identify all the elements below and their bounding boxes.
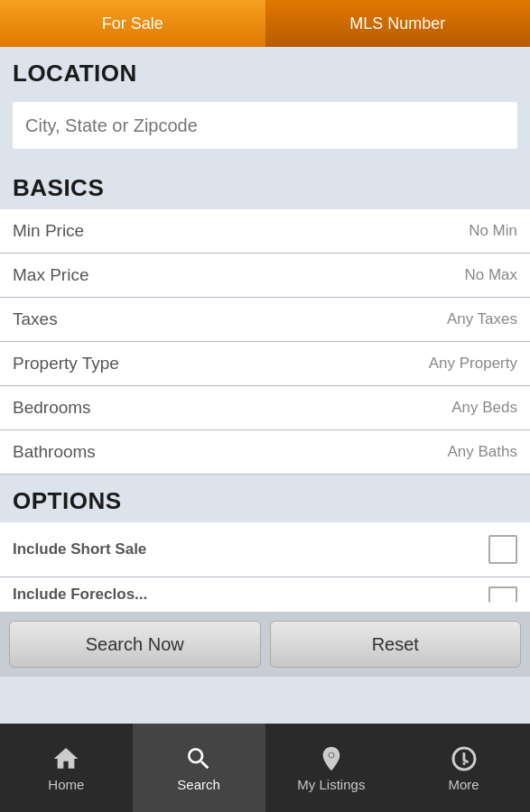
tab-for-sale[interactable]: For Sale — [0, 0, 265, 47]
max-price-label: Max Price — [13, 265, 88, 285]
search-now-button[interactable]: Search Now — [9, 621, 261, 668]
bedrooms-label: Bedrooms — [13, 398, 91, 418]
listings-icon — [317, 744, 346, 773]
location-input-wrap — [0, 95, 530, 161]
property-type-row[interactable]: Property Type Any Property — [0, 342, 530, 386]
bathrooms-row[interactable]: Bathrooms Any Baths — [0, 430, 530, 475]
basics-section-header: BASICS — [0, 161, 530, 209]
search-icon — [184, 744, 213, 773]
bathrooms-value: Any Baths — [448, 443, 518, 461]
min-price-row[interactable]: Min Price No Min — [0, 209, 530, 254]
nav-my-listings[interactable]: My Listings — [265, 724, 398, 812]
taxes-label: Taxes — [13, 309, 58, 329]
include-short-sale-label: Include Short Sale — [13, 540, 146, 558]
property-type-value: Any Property — [429, 355, 517, 373]
svg-point-0 — [329, 752, 333, 757]
options-section-header: OPTIONS — [0, 475, 530, 522]
reset-button[interactable]: Reset — [270, 621, 522, 668]
tab-mls-number[interactable]: MLS Number — [265, 0, 531, 47]
nav-more-label: More — [449, 777, 479, 792]
min-price-label: Min Price — [13, 221, 84, 241]
bottom-nav: Home Search My Listings More — [0, 724, 530, 812]
min-price-value: No Min — [469, 222, 517, 240]
bedrooms-value: Any Beds — [451, 399, 517, 417]
bedrooms-row[interactable]: Bedrooms Any Beds — [0, 386, 530, 430]
taxes-row[interactable]: Taxes Any Taxes — [0, 298, 530, 342]
include-foreclosure-checkbox[interactable] — [488, 586, 517, 603]
basics-section: BASICS Min Price No Min Max Price No Max… — [0, 161, 530, 475]
include-short-sale-row[interactable]: Include Short Sale — [0, 522, 530, 577]
nav-home-label: Home — [48, 777, 84, 792]
nav-more[interactable]: More — [397, 724, 530, 812]
more-icon — [450, 744, 479, 773]
nav-search[interactable]: Search — [133, 724, 265, 812]
top-tabs: For Sale MLS Number — [0, 0, 530, 47]
property-type-label: Property Type — [13, 354, 119, 374]
location-search-input[interactable] — [13, 102, 517, 149]
max-price-value: No Max — [464, 266, 517, 284]
home-icon — [51, 744, 80, 773]
options-section: OPTIONS Include Short Sale Include Forec… — [0, 475, 530, 612]
include-short-sale-checkbox[interactable] — [488, 535, 517, 564]
bathrooms-label: Bathrooms — [13, 442, 96, 462]
include-foreclosure-row-partial[interactable]: Include Foreclos... — [0, 577, 530, 612]
location-section-header: LOCATION — [0, 47, 530, 95]
nav-search-label: Search — [177, 777, 220, 792]
nav-my-listings-label: My Listings — [297, 777, 365, 792]
include-foreclosure-label: Include Foreclos... — [13, 586, 147, 604]
action-buttons: Search Now Reset — [0, 612, 530, 677]
taxes-value: Any Taxes — [447, 310, 517, 328]
max-price-row[interactable]: Max Price No Max — [0, 254, 530, 298]
nav-home[interactable]: Home — [0, 724, 133, 812]
